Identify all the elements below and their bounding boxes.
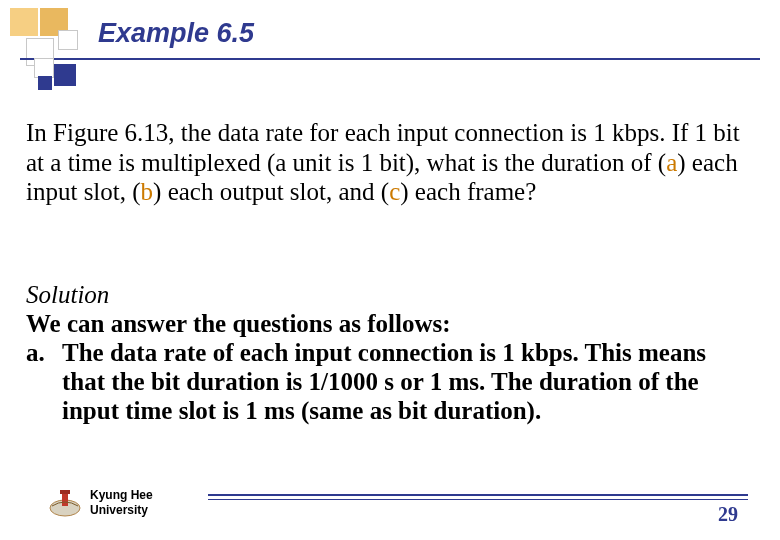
svg-rect-2 [60, 490, 70, 494]
question-part: ) each frame? [400, 178, 536, 205]
solution-intro: We can answer the questions as follows: [26, 309, 754, 338]
header-decoration-lower [24, 64, 84, 94]
slide-footer: Kyung Hee University 29 [48, 486, 760, 526]
question-text: In Figure 6.13, the data rate for each i… [26, 118, 754, 207]
item-marker: a. [26, 338, 62, 425]
university-name: Kyung Hee University [90, 488, 153, 518]
page-number: 29 [718, 503, 738, 526]
university-logo-icon [48, 488, 82, 518]
solution-item-a: a. The data rate of each input connectio… [26, 338, 754, 425]
university-line1: Kyung Hee [90, 488, 153, 503]
university-line2: University [90, 503, 153, 518]
svg-rect-1 [62, 492, 68, 506]
highlight-b: b [141, 178, 154, 205]
question-part: ) each output slot, and ( [153, 178, 389, 205]
slide-header: Example 6.5 [0, 0, 780, 72]
title-divider [20, 58, 760, 60]
solution-block: Solution We can answer the questions as … [26, 280, 754, 425]
question-part: In Figure 6.13, the data rate for each i… [26, 119, 740, 176]
highlight-a: a [666, 149, 677, 176]
item-body: The data rate of each input connection i… [62, 338, 754, 425]
header-decoration [10, 8, 88, 64]
footer-divider [208, 494, 748, 500]
highlight-c: c [389, 178, 400, 205]
solution-heading: Solution [26, 280, 754, 309]
slide-title: Example 6.5 [98, 18, 254, 49]
